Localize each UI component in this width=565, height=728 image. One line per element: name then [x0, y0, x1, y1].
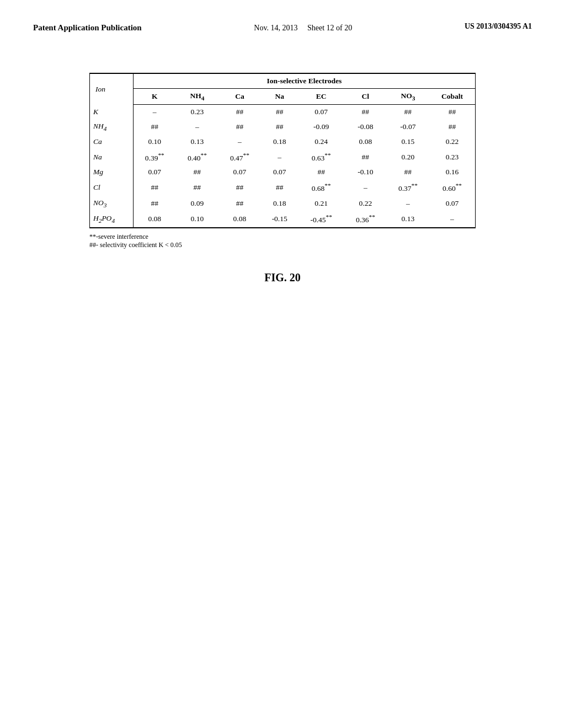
cell-nh4-na: ## — [261, 119, 299, 135]
cell-na-nh4: 0.40** — [176, 149, 218, 165]
cell-h2po4-na: -0.15 — [261, 211, 299, 228]
cell-ca-k: 0.10 — [133, 135, 176, 149]
col-no3: NO3 — [387, 89, 429, 105]
cell-mg-ca: 0.07 — [218, 165, 261, 179]
cell-cl-k: ## — [133, 179, 176, 196]
publication-date-sheet: Nov. 14, 2013 Sheet 12 of 20 — [254, 22, 352, 34]
col-nh4: NH4 — [176, 89, 218, 105]
cell-k-k: – — [133, 105, 176, 120]
column-subheaders: K NH4 Ca Na EC Cl NO3 Cobalt — [90, 89, 476, 105]
cell-no3-cobalt: 0.07 — [429, 196, 476, 211]
table-row: H2PO4 0.08 0.10 0.08 -0.15 -0.45** 0.36*… — [90, 211, 476, 228]
footnote-severe: **-severe interference — [89, 233, 476, 241]
cell-na-no3: 0.20 — [387, 149, 429, 165]
table-row: NO3 ## 0.09 ## 0.18 0.21 0.22 – 0.07 — [90, 196, 476, 211]
cell-k-cobalt: ## — [429, 105, 476, 120]
table-row: NH4 ## – ## ## -0.09 -0.08 -0.07 ## — [90, 119, 476, 135]
cell-k-nh4: 0.23 — [176, 105, 218, 120]
ion-column-header: Ion — [90, 73, 134, 104]
cell-mg-ec: ## — [298, 165, 344, 179]
cell-ca-no3: 0.15 — [387, 135, 429, 149]
cell-k-ca: ## — [218, 105, 261, 120]
ion-no3: NO3 — [90, 196, 134, 211]
cell-k-ec: 0.07 — [298, 105, 344, 120]
cell-cl-nh4: ## — [176, 179, 218, 196]
cell-cl-ca: ## — [218, 179, 261, 196]
cell-h2po4-ec: -0.45** — [298, 211, 344, 228]
cell-ca-cobalt: 0.22 — [429, 135, 476, 149]
cell-na-k: 0.39** — [133, 149, 176, 165]
cell-mg-k: 0.07 — [133, 165, 176, 179]
cell-nh4-nh4: – — [176, 119, 218, 135]
cell-k-no3: ## — [387, 105, 429, 120]
col-cobalt: Cobalt — [429, 89, 476, 105]
cell-na-ec: 0.63** — [298, 149, 344, 165]
cell-ca-cl: 0.08 — [344, 135, 387, 149]
table-row: K – 0.23 ## ## 0.07 ## ## ## — [90, 105, 476, 120]
data-table: Ion Ion-selective Electrodes K NH4 Ca Na… — [89, 73, 476, 228]
col-na: Na — [261, 89, 299, 105]
table-row: Na 0.39** 0.40** 0.47** – 0.63** ## 0.20… — [90, 149, 476, 165]
cell-na-na: – — [261, 149, 299, 165]
cell-mg-no3: ## — [387, 165, 429, 179]
table-header-group: Ion Ion-selective Electrodes — [90, 73, 476, 89]
cell-mg-nh4: ## — [176, 165, 218, 179]
page-header: Patent Application Publication Nov. 14, … — [33, 22, 532, 40]
ion-k: K — [90, 105, 134, 120]
cell-na-cl: ## — [344, 149, 387, 165]
publication-date: Nov. 14, 2013 — [254, 24, 297, 32]
cell-mg-cl: -0.10 — [344, 165, 387, 179]
ion-ca: Ca — [90, 135, 134, 149]
cell-nh4-k: ## — [133, 119, 176, 135]
col-ca: Ca — [218, 89, 261, 105]
cell-h2po4-cobalt: – — [429, 211, 476, 228]
cell-no3-na: 0.18 — [261, 196, 299, 211]
cell-no3-nh4: 0.09 — [176, 196, 218, 211]
cell-k-cl: ## — [344, 105, 387, 120]
col-ec: EC — [298, 89, 344, 105]
cell-ca-ec: 0.24 — [298, 135, 344, 149]
cell-h2po4-k: 0.08 — [133, 211, 176, 228]
cell-k-na: ## — [261, 105, 299, 120]
cell-no3-no3: – — [387, 196, 429, 211]
ion-cl: Cl — [90, 179, 134, 196]
cell-mg-na: 0.07 — [261, 165, 299, 179]
footnote-selectivity: ##- selectivity coefficient K < 0.05 — [89, 241, 476, 249]
cell-cl-cl: – — [344, 179, 387, 196]
cell-ca-ca: – — [218, 135, 261, 149]
cell-na-cobalt: 0.23 — [429, 149, 476, 165]
publication-title: Patent Application Publication — [33, 22, 142, 34]
cell-h2po4-ca: 0.08 — [218, 211, 261, 228]
main-content: Ion Ion-selective Electrodes K NH4 Ca Na… — [33, 62, 532, 284]
ion-selective-electrodes-header: Ion-selective Electrodes — [133, 73, 475, 89]
figure-label: FIG. 20 — [264, 271, 301, 284]
cell-nh4-ca: ## — [218, 119, 261, 135]
cell-na-ca: 0.47** — [218, 149, 261, 165]
cell-no3-ca: ## — [218, 196, 261, 211]
cell-ca-na: 0.18 — [261, 135, 299, 149]
cell-ca-nh4: 0.13 — [176, 135, 218, 149]
page: Patent Application Publication Nov. 14, … — [0, 0, 565, 728]
cell-mg-cobalt: 0.16 — [429, 165, 476, 179]
sheet-info: Sheet 12 of 20 — [307, 24, 352, 32]
ion-h2po4: H2PO4 — [90, 211, 134, 228]
ion-nh4: NH4 — [90, 119, 134, 135]
cell-no3-k: ## — [133, 196, 176, 211]
cell-h2po4-no3: 0.13 — [387, 211, 429, 228]
table-container: Ion Ion-selective Electrodes K NH4 Ca Na… — [89, 73, 476, 249]
ion-mg: Mg — [90, 165, 134, 179]
table-row: Ca 0.10 0.13 – 0.18 0.24 0.08 0.15 0.22 — [90, 135, 476, 149]
table-row: Cl ## ## ## ## 0.68** – 0.37** 0.60** — [90, 179, 476, 196]
cell-nh4-ec: -0.09 — [298, 119, 344, 135]
cell-nh4-cl: -0.08 — [344, 119, 387, 135]
cell-cl-cobalt: 0.60** — [429, 179, 476, 196]
patent-number: US 2013/0304395 A1 — [465, 22, 532, 31]
table-footnotes: **-severe interference ##- selectivity c… — [89, 233, 476, 249]
cell-no3-ec: 0.21 — [298, 196, 344, 211]
ion-na: Na — [90, 149, 134, 165]
table-row: Mg 0.07 ## 0.07 0.07 ## -0.10 ## 0.16 — [90, 165, 476, 179]
cell-nh4-no3: -0.07 — [387, 119, 429, 135]
cell-nh4-cobalt: ## — [429, 119, 476, 135]
cell-h2po4-nh4: 0.10 — [176, 211, 218, 228]
col-k: K — [133, 89, 176, 105]
